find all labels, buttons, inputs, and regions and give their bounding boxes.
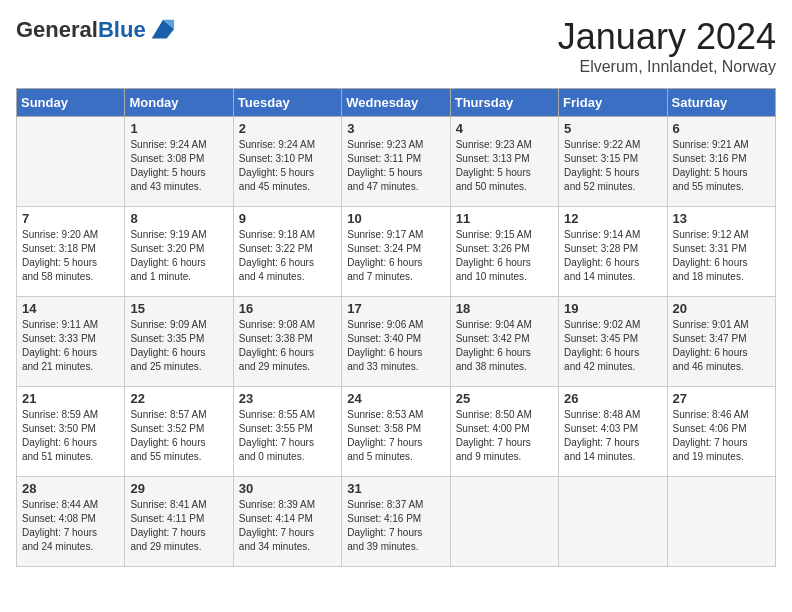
header: GeneralBlue January 2024 Elverum, Innlan… xyxy=(16,16,776,76)
day-info: Sunrise: 9:20 AM Sunset: 3:18 PM Dayligh… xyxy=(22,228,119,284)
day-of-week-header: Saturday xyxy=(667,89,775,117)
day-of-week-header: Tuesday xyxy=(233,89,341,117)
calendar-cell: 23Sunrise: 8:55 AM Sunset: 3:55 PM Dayli… xyxy=(233,387,341,477)
title-area: January 2024 Elverum, Innlandet, Norway xyxy=(558,16,776,76)
calendar-cell: 26Sunrise: 8:48 AM Sunset: 4:03 PM Dayli… xyxy=(559,387,667,477)
day-info: Sunrise: 9:18 AM Sunset: 3:22 PM Dayligh… xyxy=(239,228,336,284)
calendar-cell: 22Sunrise: 8:57 AM Sunset: 3:52 PM Dayli… xyxy=(125,387,233,477)
day-number: 19 xyxy=(564,301,661,316)
day-info: Sunrise: 8:41 AM Sunset: 4:11 PM Dayligh… xyxy=(130,498,227,554)
day-info: Sunrise: 9:11 AM Sunset: 3:33 PM Dayligh… xyxy=(22,318,119,374)
day-number: 20 xyxy=(673,301,770,316)
day-number: 11 xyxy=(456,211,553,226)
day-number: 9 xyxy=(239,211,336,226)
day-info: Sunrise: 9:06 AM Sunset: 3:40 PM Dayligh… xyxy=(347,318,444,374)
calendar-table: SundayMondayTuesdayWednesdayThursdayFrid… xyxy=(16,88,776,567)
day-info: Sunrise: 9:04 AM Sunset: 3:42 PM Dayligh… xyxy=(456,318,553,374)
calendar-cell: 11Sunrise: 9:15 AM Sunset: 3:26 PM Dayli… xyxy=(450,207,558,297)
day-number: 10 xyxy=(347,211,444,226)
day-number: 15 xyxy=(130,301,227,316)
logo: GeneralBlue xyxy=(16,16,176,44)
day-info: Sunrise: 8:59 AM Sunset: 3:50 PM Dayligh… xyxy=(22,408,119,464)
day-info: Sunrise: 8:48 AM Sunset: 4:03 PM Dayligh… xyxy=(564,408,661,464)
calendar-cell: 13Sunrise: 9:12 AM Sunset: 3:31 PM Dayli… xyxy=(667,207,775,297)
calendar-cell: 30Sunrise: 8:39 AM Sunset: 4:14 PM Dayli… xyxy=(233,477,341,567)
day-info: Sunrise: 9:08 AM Sunset: 3:38 PM Dayligh… xyxy=(239,318,336,374)
day-number: 17 xyxy=(347,301,444,316)
calendar-cell: 4Sunrise: 9:23 AM Sunset: 3:13 PM Daylig… xyxy=(450,117,558,207)
calendar-cell: 25Sunrise: 8:50 AM Sunset: 4:00 PM Dayli… xyxy=(450,387,558,477)
calendar-cell: 6Sunrise: 9:21 AM Sunset: 3:16 PM Daylig… xyxy=(667,117,775,207)
location-subtitle: Elverum, Innlandet, Norway xyxy=(558,58,776,76)
calendar-cell xyxy=(667,477,775,567)
calendar-week-row: 28Sunrise: 8:44 AM Sunset: 4:08 PM Dayli… xyxy=(17,477,776,567)
day-number: 3 xyxy=(347,121,444,136)
calendar-cell xyxy=(450,477,558,567)
day-number: 18 xyxy=(456,301,553,316)
logo-icon xyxy=(148,16,176,44)
calendar-week-row: 1Sunrise: 9:24 AM Sunset: 3:08 PM Daylig… xyxy=(17,117,776,207)
calendar-cell: 19Sunrise: 9:02 AM Sunset: 3:45 PM Dayli… xyxy=(559,297,667,387)
day-info: Sunrise: 9:02 AM Sunset: 3:45 PM Dayligh… xyxy=(564,318,661,374)
calendar-cell: 2Sunrise: 9:24 AM Sunset: 3:10 PM Daylig… xyxy=(233,117,341,207)
day-number: 28 xyxy=(22,481,119,496)
day-number: 22 xyxy=(130,391,227,406)
day-of-week-header: Friday xyxy=(559,89,667,117)
calendar-cell: 29Sunrise: 8:41 AM Sunset: 4:11 PM Dayli… xyxy=(125,477,233,567)
day-info: Sunrise: 8:44 AM Sunset: 4:08 PM Dayligh… xyxy=(22,498,119,554)
day-number: 5 xyxy=(564,121,661,136)
day-of-week-header: Thursday xyxy=(450,89,558,117)
day-number: 14 xyxy=(22,301,119,316)
month-year-title: January 2024 xyxy=(558,16,776,58)
day-info: Sunrise: 8:46 AM Sunset: 4:06 PM Dayligh… xyxy=(673,408,770,464)
calendar-cell: 5Sunrise: 9:22 AM Sunset: 3:15 PM Daylig… xyxy=(559,117,667,207)
day-number: 8 xyxy=(130,211,227,226)
calendar-cell: 18Sunrise: 9:04 AM Sunset: 3:42 PM Dayli… xyxy=(450,297,558,387)
day-number: 1 xyxy=(130,121,227,136)
day-of-week-header: Monday xyxy=(125,89,233,117)
day-number: 23 xyxy=(239,391,336,406)
calendar-cell xyxy=(17,117,125,207)
day-info: Sunrise: 9:23 AM Sunset: 3:13 PM Dayligh… xyxy=(456,138,553,194)
day-info: Sunrise: 9:19 AM Sunset: 3:20 PM Dayligh… xyxy=(130,228,227,284)
calendar-cell: 17Sunrise: 9:06 AM Sunset: 3:40 PM Dayli… xyxy=(342,297,450,387)
calendar-cell: 16Sunrise: 9:08 AM Sunset: 3:38 PM Dayli… xyxy=(233,297,341,387)
calendar-cell: 1Sunrise: 9:24 AM Sunset: 3:08 PM Daylig… xyxy=(125,117,233,207)
day-info: Sunrise: 8:50 AM Sunset: 4:00 PM Dayligh… xyxy=(456,408,553,464)
day-info: Sunrise: 9:23 AM Sunset: 3:11 PM Dayligh… xyxy=(347,138,444,194)
day-number: 12 xyxy=(564,211,661,226)
day-info: Sunrise: 9:22 AM Sunset: 3:15 PM Dayligh… xyxy=(564,138,661,194)
day-number: 16 xyxy=(239,301,336,316)
day-info: Sunrise: 8:39 AM Sunset: 4:14 PM Dayligh… xyxy=(239,498,336,554)
day-number: 31 xyxy=(347,481,444,496)
calendar-cell: 28Sunrise: 8:44 AM Sunset: 4:08 PM Dayli… xyxy=(17,477,125,567)
logo-general-text: General xyxy=(16,17,98,42)
day-info: Sunrise: 8:55 AM Sunset: 3:55 PM Dayligh… xyxy=(239,408,336,464)
day-number: 26 xyxy=(564,391,661,406)
day-info: Sunrise: 9:12 AM Sunset: 3:31 PM Dayligh… xyxy=(673,228,770,284)
day-info: Sunrise: 9:24 AM Sunset: 3:08 PM Dayligh… xyxy=(130,138,227,194)
day-info: Sunrise: 9:09 AM Sunset: 3:35 PM Dayligh… xyxy=(130,318,227,374)
calendar-week-row: 14Sunrise: 9:11 AM Sunset: 3:33 PM Dayli… xyxy=(17,297,776,387)
calendar-cell: 9Sunrise: 9:18 AM Sunset: 3:22 PM Daylig… xyxy=(233,207,341,297)
day-info: Sunrise: 8:37 AM Sunset: 4:16 PM Dayligh… xyxy=(347,498,444,554)
day-of-week-header: Sunday xyxy=(17,89,125,117)
day-number: 21 xyxy=(22,391,119,406)
calendar-cell: 8Sunrise: 9:19 AM Sunset: 3:20 PM Daylig… xyxy=(125,207,233,297)
calendar-cell: 20Sunrise: 9:01 AM Sunset: 3:47 PM Dayli… xyxy=(667,297,775,387)
day-info: Sunrise: 9:24 AM Sunset: 3:10 PM Dayligh… xyxy=(239,138,336,194)
logo-blue-text: Blue xyxy=(98,17,146,42)
day-info: Sunrise: 9:17 AM Sunset: 3:24 PM Dayligh… xyxy=(347,228,444,284)
calendar-cell: 31Sunrise: 8:37 AM Sunset: 4:16 PM Dayli… xyxy=(342,477,450,567)
day-number: 29 xyxy=(130,481,227,496)
day-info: Sunrise: 9:21 AM Sunset: 3:16 PM Dayligh… xyxy=(673,138,770,194)
day-number: 6 xyxy=(673,121,770,136)
calendar-week-row: 7Sunrise: 9:20 AM Sunset: 3:18 PM Daylig… xyxy=(17,207,776,297)
day-info: Sunrise: 9:15 AM Sunset: 3:26 PM Dayligh… xyxy=(456,228,553,284)
calendar-week-row: 21Sunrise: 8:59 AM Sunset: 3:50 PM Dayli… xyxy=(17,387,776,477)
day-number: 27 xyxy=(673,391,770,406)
day-number: 7 xyxy=(22,211,119,226)
calendar-cell: 24Sunrise: 8:53 AM Sunset: 3:58 PM Dayli… xyxy=(342,387,450,477)
day-number: 13 xyxy=(673,211,770,226)
calendar-cell: 12Sunrise: 9:14 AM Sunset: 3:28 PM Dayli… xyxy=(559,207,667,297)
